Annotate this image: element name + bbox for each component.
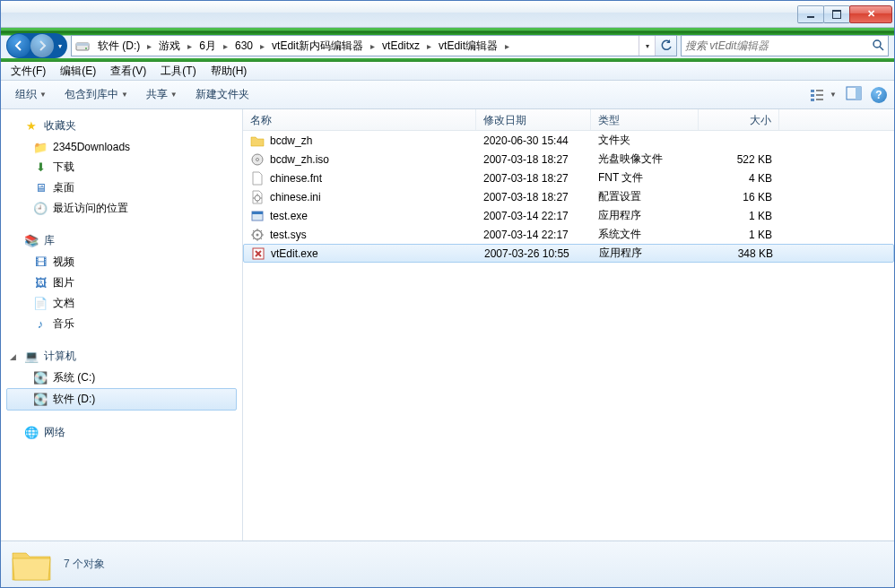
file-date: 2007-03-18 18:27: [476, 191, 591, 203]
svg-rect-12: [856, 87, 861, 99]
breadcrumb-separator: ▸: [185, 41, 195, 51]
file-list-pane: 名称 修改日期 类型 大小 bcdw_zh2020-06-30 15:44文件夹…: [243, 109, 894, 540]
search-box[interactable]: [681, 35, 889, 56]
drive-icon: 💽: [33, 393, 48, 407]
favorites-group[interactable]: ★ 收藏夹: [1, 115, 242, 137]
svg-point-14: [256, 158, 259, 160]
breadcrumb-item[interactable]: vtEdit编辑器: [434, 36, 502, 56]
network-group[interactable]: 🌐 网络: [1, 421, 242, 444]
include-in-library-button[interactable]: 包含到库中 ▼: [57, 84, 135, 105]
sidebar-item-documents[interactable]: 📄文档: [1, 293, 242, 314]
search-icon[interactable]: [872, 39, 884, 54]
organize-button[interactable]: 组织 ▼: [8, 84, 54, 105]
file-row[interactable]: test.exe2007-03-14 22:17应用程序1 KB: [243, 206, 894, 225]
file-size: 4 KB: [699, 172, 779, 185]
nav-history-buttons: ▾: [6, 33, 67, 58]
file-date: 2020-06-30 15:44: [476, 134, 591, 147]
sidebar-item-drive-d[interactable]: 💽软件 (D:): [6, 388, 237, 411]
file-name: test.exe: [270, 210, 308, 222]
sidebar-item-downloads2345[interactable]: 📁2345Downloads: [1, 137, 242, 157]
file-row[interactable]: test.sys2007-03-14 22:17系统文件1 KB: [243, 225, 894, 244]
folder-icon: 📁: [33, 140, 48, 154]
breadcrumb-item[interactable]: vtEdit新内码编辑器: [267, 36, 368, 56]
svg-point-19: [256, 233, 259, 236]
document-icon: 📄: [33, 297, 48, 311]
address-bar[interactable]: 软件 (D:)▸ 游戏▸ 6月▸ 630▸ vtEdit新内码编辑器▸ vtEd…: [71, 35, 677, 56]
breadcrumb-item[interactable]: 游戏: [154, 36, 185, 56]
address-dropdown[interactable]: ▾: [639, 36, 655, 56]
computer-label: 计算机: [44, 349, 76, 364]
column-name[interactable]: 名称: [243, 109, 476, 130]
menu-file[interactable]: 文件(F): [4, 62, 52, 81]
search-input[interactable]: [685, 39, 872, 52]
explorer-window: ▾ 软件 (D:)▸ 游戏▸ 6月▸ 630▸ vtEdit新内码编辑器▸ vt…: [0, 0, 895, 588]
close-button[interactable]: [849, 5, 892, 23]
file-row[interactable]: chinese.ini2007-03-18 18:27配置设置16 KB: [243, 187, 894, 206]
file-type: 配置设置: [591, 189, 699, 204]
favorites-label: 收藏夹: [44, 118, 76, 134]
music-icon: ♪: [33, 317, 48, 332]
breadcrumb-item[interactable]: 软件 (D:): [93, 36, 144, 56]
svg-rect-8: [816, 90, 823, 91]
file-date: 2007-03-18 18:27: [476, 172, 591, 185]
file-size: 522 KB: [699, 153, 779, 166]
file-type: 系统文件: [591, 227, 699, 242]
file-icon: [251, 246, 265, 261]
refresh-button[interactable]: [655, 36, 676, 56]
sidebar-item-downloads[interactable]: ⬇下载: [1, 157, 242, 177]
svg-rect-1: [76, 43, 89, 46]
svg-rect-10: [816, 99, 823, 100]
file-row[interactable]: bcdw_zh.iso2007-03-18 18:27光盘映像文件522 KB: [243, 150, 894, 169]
arrow-left-icon: [13, 39, 25, 52]
column-type[interactable]: 类型: [591, 109, 699, 130]
svg-rect-6: [811, 94, 814, 97]
menu-tools[interactable]: 工具(T): [154, 62, 202, 81]
computer-group[interactable]: ◢ 💻 计算机: [1, 345, 242, 368]
breadcrumb-item[interactable]: 6月: [195, 36, 221, 56]
file-name: vtEdit.exe: [271, 247, 318, 260]
breadcrumb-item[interactable]: vtEditxz: [378, 36, 424, 56]
sidebar-item-desktop[interactable]: 🖥桌面: [1, 177, 242, 198]
back-button[interactable]: [7, 34, 30, 57]
folder-large-icon: [10, 546, 53, 584]
sidebar-item-recent[interactable]: 🕘最近访问的位置: [1, 198, 242, 219]
preview-pane-button[interactable]: [846, 86, 862, 104]
chevron-down-icon: ▼: [39, 91, 47, 99]
file-icon: [250, 171, 265, 186]
sidebar-item-drive-c[interactable]: 💽系统 (C:): [1, 368, 242, 388]
file-name: bcdw_zh: [270, 134, 312, 147]
file-row[interactable]: chinese.fnt2007-03-18 18:27FNT 文件4 KB: [243, 169, 894, 187]
history-dropdown[interactable]: ▾: [54, 34, 66, 57]
file-icon: [250, 134, 265, 148]
sidebar-item-videos[interactable]: 🎞视频: [1, 252, 242, 272]
recent-icon: 🕘: [33, 202, 48, 216]
file-size: 348 KB: [699, 247, 780, 260]
minimize-button[interactable]: [797, 5, 824, 23]
share-button[interactable]: 共享 ▼: [139, 84, 185, 105]
view-mode-button[interactable]: ▼: [810, 88, 837, 102]
column-size[interactable]: 大小: [699, 109, 779, 130]
sidebar-item-pictures[interactable]: 🖼图片: [1, 272, 242, 293]
sidebar-item-music[interactable]: ♪音乐: [1, 314, 242, 334]
refresh-icon: [660, 39, 673, 52]
menu-view[interactable]: 查看(V): [104, 62, 152, 81]
maximize-button[interactable]: [823, 5, 850, 23]
libraries-group[interactable]: 📚 库: [1, 229, 242, 252]
file-date: 2007-03-14 22:17: [476, 210, 591, 222]
column-date[interactable]: 修改日期: [476, 109, 591, 130]
download-icon: ⬇: [33, 160, 48, 175]
view-icon: [810, 88, 828, 102]
file-row[interactable]: bcdw_zh2020-06-30 15:44文件夹: [243, 131, 894, 150]
menu-edit[interactable]: 编辑(E): [54, 62, 102, 81]
file-name: chinese.fnt: [270, 172, 322, 185]
desktop-icon: 🖥: [33, 181, 48, 195]
file-icon: [250, 152, 265, 167]
help-button[interactable]: ?: [871, 87, 887, 103]
file-row[interactable]: vtEdit.exe2007-03-26 10:55应用程序348 KB: [243, 244, 894, 263]
file-icon: [250, 228, 265, 242]
menu-help[interactable]: 帮助(H): [204, 62, 254, 81]
breadcrumb-item[interactable]: 630: [230, 36, 257, 56]
new-folder-button[interactable]: 新建文件夹: [188, 84, 256, 105]
forward-button[interactable]: [30, 34, 54, 57]
file-list: bcdw_zh2020-06-30 15:44文件夹bcdw_zh.iso200…: [243, 131, 894, 540]
